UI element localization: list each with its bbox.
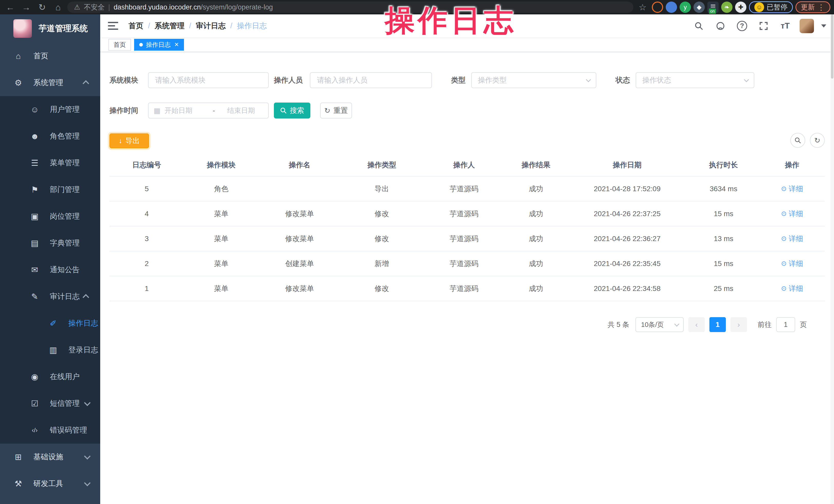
type-select[interactable]: 操作类型 [471, 72, 596, 88]
operator-label: 操作人员 [274, 75, 306, 85]
sidebar-item-login-log[interactable]: ▥ 登录日志 [0, 337, 100, 364]
extension-gem-icon[interactable]: ◆ [694, 2, 705, 13]
refresh-table-button[interactable]: ↻ [810, 133, 825, 148]
page-scrollbar[interactable] [830, 15, 834, 504]
goto-label: 前往 [758, 320, 772, 329]
end-date-input[interactable]: 结束日期 [219, 106, 263, 115]
sidebar-item-operate-log[interactable]: ✐ 操作日志 [0, 310, 100, 337]
online-user-icon: ◉ [28, 372, 41, 382]
browser-update-button[interactable]: 更新 ⋮ [795, 1, 830, 13]
col-result: 操作结果 [505, 153, 567, 176]
extensions-puzzle-icon[interactable]: ✚ [735, 2, 746, 13]
module-input[interactable] [148, 72, 269, 88]
fullscreen-icon[interactable] [756, 19, 771, 33]
sidebar-menu: ⌂ 首页 ⚙ 系统管理 ☺ 用户管理 ☻ 角色管理 ☰ 菜单管理 ⚑ [0, 43, 100, 504]
scrollbar-thumb[interactable] [831, 15, 833, 79]
toggle-search-button[interactable] [790, 133, 805, 148]
extension-list-icon[interactable]: ☰ on [707, 2, 719, 13]
font-size-icon[interactable]: ᴛT [778, 19, 792, 33]
detail-link[interactable]: ⊙详细 [781, 284, 803, 293]
sidebar-item-sms[interactable]: ☑ 短信管理 [0, 390, 100, 417]
browser-reload-icon[interactable]: ↻ [36, 2, 49, 13]
browser-back-icon[interactable]: ← [4, 2, 17, 13]
detail-link[interactable]: ⊙详细 [781, 234, 803, 244]
breadcrumb-system[interactable]: 系统管理 [155, 21, 184, 31]
page-1-button[interactable]: 1 [709, 317, 726, 332]
close-icon[interactable]: ✕ [174, 41, 179, 48]
date-range-picker[interactable]: ▦ 开始日期 - 结束日期 [148, 103, 269, 118]
export-button[interactable]: ↓ 导出 [109, 133, 149, 148]
tab-home[interactable]: 首页 [108, 39, 131, 51]
sidebar-item-users[interactable]: ☺ 用户管理 [0, 96, 100, 123]
col-date: 操作日期 [567, 153, 687, 176]
post-icon: ▣ [28, 212, 41, 221]
sidebar-item-dict[interactable]: ▤ 字典管理 [0, 230, 100, 257]
detail-link[interactable]: ⊙详细 [781, 209, 803, 219]
sidebar-logo-row[interactable]: 芋道管理系统 [0, 15, 100, 43]
table-toolbar: ↓ 导出 ↻ [109, 118, 825, 148]
help-icon[interactable]: ? [735, 19, 749, 33]
address-bar[interactable]: ⚠ 不安全 | dashboard.yudao.iocoder.cn/syste… [67, 2, 633, 13]
header-search-icon[interactable] [692, 19, 706, 33]
start-date-input[interactable]: 开始日期 [164, 106, 208, 115]
sidebar-item-home[interactable]: ⌂ 首页 [0, 43, 100, 69]
monitor-icon: ⊞ [12, 452, 25, 462]
sidebar-item-posts[interactable]: ▣ 岗位管理 [0, 203, 100, 230]
detail-link[interactable]: ⊙详细 [781, 184, 803, 194]
avatar-caret-icon[interactable] [821, 24, 826, 27]
detail-link[interactable]: ⊙详细 [781, 259, 803, 268]
prev-page-button[interactable]: ‹ [688, 317, 705, 332]
search-button[interactable]: 搜索 [274, 103, 310, 118]
browser-toolbar: ← → ↻ ⌂ ⚠ 不安全 | dashboard.yudao.iocoder.… [0, 0, 834, 15]
sidebar-item-dev-tools[interactable]: ⚒ 研发工具 [0, 470, 100, 497]
extension-green-icon[interactable]: y [680, 2, 691, 13]
github-icon[interactable] [713, 19, 728, 33]
chevron-up-icon [83, 294, 89, 301]
breadcrumb-home[interactable]: 首页 [129, 21, 144, 31]
extension-orange-icon[interactable] [652, 2, 663, 13]
bookmark-star-icon[interactable]: ☆ [636, 2, 649, 13]
sidebar-item-online-users[interactable]: ◉ 在线用户 [0, 364, 100, 390]
next-page-button[interactable]: › [730, 317, 747, 332]
goto-page-input[interactable] [776, 317, 795, 332]
home-icon: ⌂ [12, 51, 25, 61]
breadcrumb-audit[interactable]: 审计日志 [196, 21, 225, 31]
status-select[interactable]: 操作状态 [636, 72, 754, 88]
browser-forward-icon[interactable]: → [20, 2, 33, 13]
extension-leaf-icon[interactable]: ❧ [721, 2, 732, 13]
sidebar-item-audit-log[interactable]: ✎ 审计日志 [0, 283, 100, 310]
eye-icon: ⊙ [781, 210, 787, 218]
emoji-avatar-icon: ☺ [754, 2, 764, 12]
user-avatar[interactable] [799, 19, 814, 33]
col-type: 操作类型 [341, 153, 423, 176]
sidebar-item-system[interactable]: ⚙ 系统管理 [0, 69, 100, 96]
page-size-select[interactable]: 10条/页 [635, 317, 684, 332]
col-log-id: 日志编号 [109, 153, 184, 176]
table-row: 5 角色 导出 芋道源码 成功 2021-04-28 17:52:09 3634… [109, 176, 825, 201]
menu-list-icon: ☰ [28, 158, 41, 168]
tags-view-bar: 首页 操作日志 ✕ [100, 37, 834, 52]
browser-home-icon[interactable]: ⌂ [51, 2, 65, 13]
reset-button[interactable]: ↻ 重置 [320, 103, 352, 118]
sidebar-item-roles[interactable]: ☻ 角色管理 [0, 123, 100, 150]
users-icon: ☻ [28, 132, 41, 141]
code-icon: ‹/› [28, 426, 41, 434]
active-dot-icon [139, 43, 143, 46]
operator-input[interactable] [310, 72, 432, 88]
update-label: 更新 [801, 3, 815, 12]
url-domain: dashboard.yudao.iocoder.cn [114, 3, 201, 11]
profile-paused-chip[interactable]: ☺ 已暂停 [749, 1, 793, 13]
sidebar-item-error-codes[interactable]: ‹/› 错误码管理 [0, 417, 100, 444]
kebab-menu-icon[interactable]: ⋮ [817, 3, 825, 12]
col-module: 操作模块 [184, 153, 259, 176]
sidebar-item-departments[interactable]: ⚑ 部门管理 [0, 176, 100, 203]
hamburger-icon[interactable] [108, 20, 120, 32]
chevron-down-icon [744, 77, 749, 82]
tab-operate-log[interactable]: 操作日志 ✕ [134, 39, 184, 51]
sidebar-item-notice[interactable]: ✉ 通知公告 [0, 257, 100, 283]
sidebar: 芋道管理系统 ⌂ 首页 ⚙ 系统管理 ☺ 用户管理 ☻ 角色管理 ☰ 菜单管 [0, 15, 100, 504]
sidebar-item-menus[interactable]: ☰ 菜单管理 [0, 150, 100, 176]
extension-blue-icon[interactable] [666, 2, 677, 13]
sidebar-item-infrastructure[interactable]: ⊞ 基础设施 [0, 444, 100, 470]
chevron-down-icon [84, 399, 90, 406]
